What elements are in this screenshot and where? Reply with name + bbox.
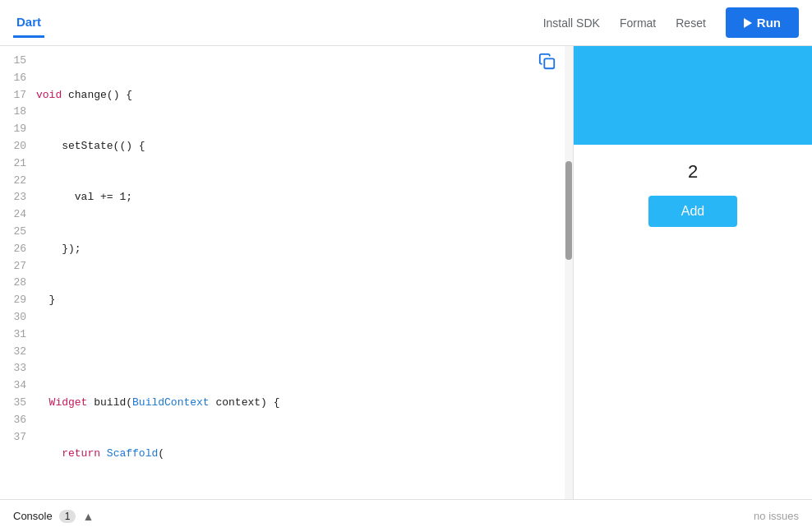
preview-body: 2 Add xyxy=(574,145,812,227)
svg-rect-0 xyxy=(544,58,554,68)
dart-tab[interactable]: Dart xyxy=(13,8,44,38)
preview-canvas xyxy=(574,46,812,145)
scrollbar-track[interactable] xyxy=(565,46,573,499)
code-editor[interactable]: 1516171819 2021222324 2526272829 3031323… xyxy=(0,46,574,499)
header: Dart Install SDK Format Reset Run xyxy=(0,0,812,46)
install-sdk-button[interactable]: Install SDK xyxy=(543,16,600,30)
console-label: Console xyxy=(13,510,53,522)
code-area: 1516171819 2021222324 2526272829 3031323… xyxy=(0,46,573,499)
preview-panel: 2 Add xyxy=(574,46,812,499)
chevron-up-icon[interactable]: ▲ xyxy=(82,510,94,523)
format-button[interactable]: Format xyxy=(620,16,656,30)
copy-icon[interactable] xyxy=(538,53,556,75)
console-left: Console 1 ▲ xyxy=(13,510,94,523)
console-count-badge: 1 xyxy=(59,510,76,523)
reset-button[interactable]: Reset xyxy=(676,16,706,30)
scrollbar-thumb[interactable] xyxy=(565,161,572,260)
counter-value: 2 xyxy=(688,161,698,183)
code-content: void change() { setState(() { val += 1; … xyxy=(36,46,565,499)
no-issues-label: no issues xyxy=(754,510,799,522)
main-content: 1516171819 2021222324 2526272829 3031323… xyxy=(0,46,812,499)
run-label: Run xyxy=(757,16,781,30)
header-actions: Install SDK Format Reset Run xyxy=(543,7,799,38)
play-icon xyxy=(744,18,752,28)
line-numbers: 1516171819 2021222324 2526272829 3031323… xyxy=(0,46,36,499)
run-button[interactable]: Run xyxy=(726,7,799,38)
add-button[interactable]: Add xyxy=(648,196,737,227)
console-bar: Console 1 ▲ no issues xyxy=(0,499,812,532)
